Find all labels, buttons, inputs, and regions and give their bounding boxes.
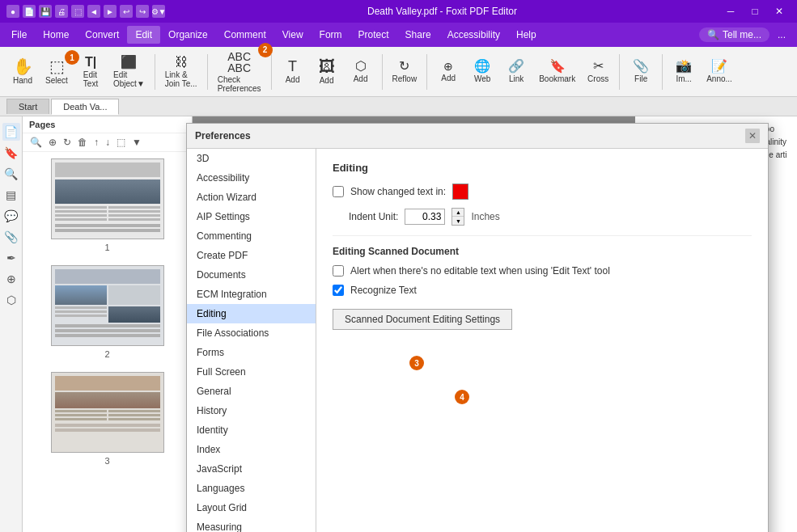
menu-share[interactable]: Share [397,26,439,44]
dialog-close-button[interactable]: ✕ [745,129,760,143]
preferences-dialog[interactable]: Preferences ✕ 3D Accessibility Action Wi… [186,123,769,532]
link-button[interactable]: 🔗 Link [500,57,532,87]
sidebar-icon-search[interactable]: 🔍 [2,165,20,183]
alert-no-editable-checkbox[interactable] [333,265,344,277]
sidebar-icon-comments[interactable]: 💬 [2,207,20,225]
menu-edit[interactable]: Edit [127,26,160,44]
sidebar-icon-connect[interactable]: ⊕ [2,270,20,288]
file-icon: 📎 [633,60,649,73]
pref-item-javascript[interactable]: JavaScript [187,459,316,479]
bookmark-button[interactable]: 🔖 Bookmark [534,57,580,87]
pref-item-action-wizard[interactable]: Action Wizard [187,188,316,207]
page-thumb-1[interactable]: 1 [23,152,192,259]
web-label: Web [474,74,490,83]
menu-help[interactable]: Help [508,26,545,44]
sidebar-icon-attach[interactable]: 📎 [2,228,20,246]
add-text-button[interactable]: T Add [277,56,309,87]
edit-text-button[interactable]: T| EditText [74,53,107,91]
pref-item-editing[interactable]: Editing [187,304,316,323]
sidebar-icon-pages[interactable]: 📄 [2,123,20,141]
sidebar-icon-bookmarks[interactable]: 🔖 [2,144,20,162]
pref-item-ecm[interactable]: ECM Integration [187,285,316,304]
pages-search-icon[interactable]: 🔍 [28,136,45,149]
alert-no-editable-label: Alert when there's no editable text when… [350,265,610,277]
sidebar-icon-sign[interactable]: ✒ [2,249,20,267]
app-icon-print[interactable]: 🖨 [55,5,68,18]
cross-button[interactable]: ✂ Cross [582,57,614,87]
pref-item-create-pdf[interactable]: Create PDF [187,246,316,265]
pref-item-general[interactable]: General [187,382,316,401]
pref-item-accessibility[interactable]: Accessibility [187,168,316,188]
menu-extra[interactable]: ... [769,26,794,44]
app-icon-undo[interactable]: ↩ [120,5,133,18]
menu-convert[interactable]: Convert [77,26,127,44]
edit-object-button[interactable]: ⬛ EditObject▼ [108,53,150,91]
check-preferences-button[interactable]: ABCABC CheckPreferences 2 [213,48,266,96]
app-icon-forward[interactable]: ► [104,5,117,18]
indent-value-input[interactable] [405,209,445,225]
annot-label: Anno... [706,74,732,83]
pref-item-3d[interactable]: 3D [187,149,316,168]
indent-spinner-up[interactable]: ▲ [452,209,464,217]
pref-item-documents[interactable]: Documents [187,265,316,285]
file-button[interactable]: 📎 File [625,57,657,87]
menu-home[interactable]: Home [35,26,77,44]
pref-item-commenting[interactable]: Commenting [187,226,316,246]
add-watermark-button[interactable]: ⊕ Add [432,57,464,86]
pref-item-index[interactable]: Index [187,440,316,459]
menu-form[interactable]: Form [312,26,350,44]
tell-me-search[interactable]: 🔍 Tell me... [699,27,769,42]
changed-text-color-swatch[interactable] [452,184,468,200]
pages-replace-icon[interactable]: ⬚ [114,136,128,149]
minimize-button[interactable]: ─ [719,3,742,19]
pref-item-forms[interactable]: Forms [187,343,316,362]
hand-tool-button[interactable]: ✋ Hand [6,55,39,88]
app-icon-back[interactable]: ◄ [87,5,100,18]
add-image-button[interactable]: 🖼 Add [311,55,343,88]
pages-insert-icon[interactable]: ↓ [103,136,112,149]
menu-organize[interactable]: Organize [160,26,216,44]
close-button[interactable]: ✕ [768,3,791,19]
app-icon-scan[interactable]: ⬚ [71,5,84,18]
pref-item-history[interactable]: History [187,401,316,420]
scanned-settings-button[interactable]: Scanned Document Editing Settings [333,309,512,330]
pages-extract-icon[interactable]: ↑ [91,136,101,149]
pages-rotate-icon[interactable]: ↻ [61,136,74,149]
pref-item-aip[interactable]: AIP Settings [187,207,316,226]
app-icon-save[interactable]: 💾 [39,5,52,18]
menu-accessibility[interactable]: Accessibility [439,26,508,44]
pref-item-layout-grid[interactable]: Layout Grid [187,498,316,517]
indent-spinner-down[interactable]: ▼ [452,217,464,225]
image-tool-button[interactable]: 📸 Im... [668,57,700,87]
select-tool-button[interactable]: ⬚ Select [40,55,73,88]
page-thumb-3[interactable]: 3 [23,365,192,472]
pref-item-identity[interactable]: Identity [187,420,316,440]
check-pref-icon: ABCABC [227,51,251,74]
link-join-text-button[interactable]: ⛓ Link &Join Te... [160,53,202,91]
sidebar-icon-share[interactable]: ⬡ [2,291,20,309]
sidebar-icon-layers[interactable]: ▤ [2,186,20,204]
annot-button[interactable]: 📝 Anno... [702,57,737,87]
pref-item-measuring[interactable]: Measuring [187,517,316,532]
maximize-button[interactable]: □ [744,3,766,19]
show-changed-text-checkbox[interactable] [333,186,344,197]
menu-comment[interactable]: Comment [216,26,274,44]
pref-item-languages[interactable]: Languages [187,479,316,498]
pref-item-file-assoc[interactable]: File Associations [187,323,316,343]
reflow-button[interactable]: ↻ Reflow [388,57,422,87]
add-shape-button[interactable]: ⬡ Add [345,57,377,87]
pages-delete-icon[interactable]: 🗑 [75,136,90,149]
tab-death-valley[interactable]: Death Va... [51,99,119,115]
pages-zoom-icon[interactable]: ⊕ [46,136,59,149]
web-button[interactable]: 🌐 Web [466,57,498,87]
app-icon-redo[interactable]: ↪ [136,5,149,18]
menu-file[interactable]: File [3,26,35,44]
app-icon-custom[interactable]: ⚙▼ [152,5,165,18]
pref-item-full-screen[interactable]: Full Screen [187,362,316,382]
menu-view[interactable]: View [274,26,312,44]
pages-more-icon[interactable]: ▼ [129,136,144,149]
tab-start[interactable]: Start [6,99,49,114]
page-thumb-2[interactable]: 2 [23,259,192,365]
recognize-text-checkbox[interactable] [333,285,344,296]
menu-protect[interactable]: Protect [350,26,397,44]
